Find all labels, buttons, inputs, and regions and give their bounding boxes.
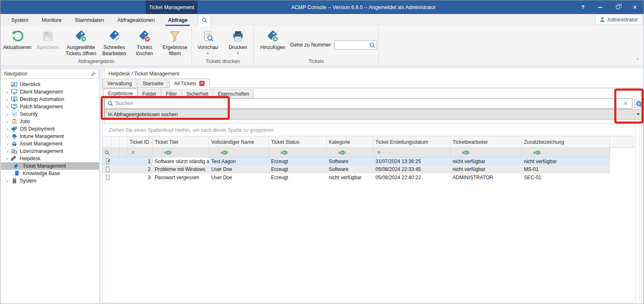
chevron-down-icon[interactable]: ▾ xyxy=(237,51,238,55)
sidebar-item-helpdesk[interactable]: › Helpdesk xyxy=(1,155,99,162)
column-header-kategorie[interactable]: Kategorie xyxy=(327,136,373,147)
chevron-right-icon[interactable]: › xyxy=(4,178,11,184)
help-button[interactable]: ? xyxy=(574,0,592,14)
menu-search-button[interactable] xyxy=(198,14,211,26)
row-select-cell[interactable] xyxy=(102,173,111,182)
collapse-ribbon-icon[interactable]: ⌃ xyxy=(636,58,639,63)
cell-ticket-id[interactable]: 2 xyxy=(127,166,153,174)
abc-filter-icon[interactable]: aBc xyxy=(338,150,346,154)
cell-kategorie[interactable]: Software xyxy=(327,166,373,174)
goto-number-input[interactable] xyxy=(334,40,377,49)
sidebar-item-client-management[interactable]: › Client Management xyxy=(1,88,99,96)
ergebnisse-filtern-button[interactable]: Ergebnisse filtern xyxy=(160,29,189,57)
cell-vollstaendiger-name[interactable]: Test Aagon xyxy=(209,157,269,166)
sidebar-item-knowledge-base[interactable]: Knowledge Base xyxy=(1,170,99,177)
tab-all-tickets[interactable]: All Tickets ✕ xyxy=(169,79,210,88)
search-input[interactable] xyxy=(116,101,619,106)
sidebar-item-security[interactable]: › Security xyxy=(1,110,99,118)
column-header-ticket-status[interactable]: Ticket Status xyxy=(269,136,327,147)
row-select-cell[interactable] xyxy=(102,166,111,174)
sidebar-item-ueberblick[interactable]: › Überblick xyxy=(1,81,99,88)
column-header-ticketbearbeiter[interactable]: Ticketbearbeiter xyxy=(451,136,522,147)
abc-filter-icon[interactable]: aBc xyxy=(164,150,172,154)
vorschau-button[interactable]: Vorschau ▾ xyxy=(193,29,222,55)
cell-zusatzbezeichung[interactable]: nicht verfügbar xyxy=(522,157,610,166)
abc-filter-icon[interactable]: aBc xyxy=(462,150,470,154)
cell-ticketbearbeiter[interactable]: nicht verfügbar xyxy=(451,157,522,166)
checkbox-checked[interactable] xyxy=(106,159,109,164)
tab-verwaltung[interactable]: Verwaltung xyxy=(102,79,137,88)
ausgewaehlte-tickets-oeffnen-button[interactable]: Ausgewählte Tickets öffnen xyxy=(64,29,98,57)
filter-cell-zusatzbezeichung[interactable]: aBc xyxy=(522,148,610,157)
filter-cell-ticket-id[interactable]: = xyxy=(127,148,153,157)
column-header-ticket-erstellungsdatum[interactable]: Ticket Erstellungsdatum xyxy=(373,136,451,147)
menu-stammdaten[interactable]: Stammdaten xyxy=(68,14,111,26)
cell-ticketbearbeiter[interactable]: ADMINISTRATOR xyxy=(451,173,522,182)
group-by-bar[interactable]: Ziehen Sie einen Spaltenkopf hierhin, um… xyxy=(102,124,635,136)
filter-cell-ticket-titel[interactable]: aBc xyxy=(153,148,209,157)
restore-button[interactable] xyxy=(609,0,626,14)
schnelles-bearbeiten-button[interactable]: Schnelles Bearbeiten xyxy=(100,29,129,57)
menu-system[interactable]: System xyxy=(5,14,35,26)
speichern-button[interactable]: Speichern xyxy=(33,29,62,51)
equals-filter-icon[interactable]: = xyxy=(132,150,134,155)
table-row[interactable]: 2 Probleme mit Windows User Doe Erzeugt … xyxy=(102,166,610,174)
sidebar-item-ticket-management[interactable]: Ticket Management xyxy=(1,162,99,170)
cell-kategorie[interactable]: Software xyxy=(327,157,373,166)
cell-ticket-titel[interactable]: Passwort vergessen xyxy=(153,173,209,182)
search-icon[interactable] xyxy=(369,42,375,48)
sidebar-item-intune-management[interactable]: › Intune Management xyxy=(1,133,99,140)
filter-cell-ticket-status[interactable]: aBc xyxy=(269,148,327,157)
chevron-right-icon[interactable]: › xyxy=(4,133,11,140)
chevron-down-icon[interactable]: ▾ xyxy=(207,51,208,55)
cell-ticketbearbeiter[interactable]: nicht verfügbar xyxy=(451,166,522,174)
cell-ticket-status[interactable]: Erzeugt xyxy=(269,157,327,166)
tab-startseite[interactable]: Startseite xyxy=(137,79,168,88)
equals-filter-icon[interactable]: = xyxy=(377,150,380,155)
checkbox-unchecked[interactable] xyxy=(106,167,109,172)
cell-vollstaendiger-name[interactable]: User Doe xyxy=(209,166,269,174)
chevron-right-icon[interactable]: › xyxy=(4,119,11,125)
cell-ticket-status[interactable]: Erzeugt xyxy=(269,166,327,174)
sidebar-item-patch-management[interactable]: › Patch Management xyxy=(1,103,99,110)
close-tab-icon[interactable]: ✕ xyxy=(199,81,205,86)
sidebar-item-system[interactable]: › System xyxy=(1,177,99,185)
cell-ticket-id[interactable]: 3 xyxy=(127,173,153,182)
chevron-right-icon[interactable]: › xyxy=(4,141,11,147)
cell-kategorie[interactable]: nicht verfügbar xyxy=(327,173,373,182)
chevron-right-icon[interactable]: › xyxy=(4,148,11,154)
user-badge[interactable]: Administrator xyxy=(595,14,642,25)
aktualisieren-button[interactable]: Aktualisieren xyxy=(3,29,32,51)
cell-ticket-status[interactable]: Erzeugt xyxy=(269,173,327,182)
cell-erstellungsdatum[interactable]: 05/08/2024 22:33:45 xyxy=(373,166,451,174)
chevron-right-icon[interactable]: › xyxy=(4,96,11,103)
menu-abfrageaktionen[interactable]: Abfrageaktionen xyxy=(111,14,161,26)
abc-filter-icon[interactable]: aBc xyxy=(533,150,541,154)
column-header-zusatzbezeichung[interactable]: Zusatzbezeichung xyxy=(522,136,610,147)
tickets-loeschen-button[interactable]: Tickets löschen xyxy=(130,29,159,57)
chevron-down-icon[interactable]: › xyxy=(5,155,11,162)
abc-filter-icon[interactable]: aBc xyxy=(221,150,229,154)
pin-icon[interactable] xyxy=(90,71,96,77)
row-select-cell[interactable] xyxy=(102,157,111,166)
column-header-ticket-titel[interactable]: Ticket Titel xyxy=(153,136,209,147)
table-row[interactable]: 3 Passwort vergessen User Doe Erzeugt ni… xyxy=(102,173,610,182)
grid-scrollbar-track[interactable] xyxy=(639,124,642,302)
subtab-felder[interactable]: Felder xyxy=(138,89,161,98)
subtab-filter[interactable]: Filter xyxy=(161,89,182,98)
filter-cell-ticketbearbeiter[interactable]: aBc xyxy=(451,148,522,157)
table-row[interactable]: 1 Software stürzt ständig ab Test Aagon … xyxy=(102,157,610,166)
cell-vollstaendiger-name[interactable]: User Doe xyxy=(209,173,269,182)
column-header-vollstaendiger-name[interactable]: Vollständiger Name xyxy=(209,136,269,147)
sidebar-item-lizenzmanagement[interactable]: › Lizenzmanagement xyxy=(1,147,99,155)
menu-monitore[interactable]: Monitore xyxy=(35,14,68,26)
chevron-right-icon[interactable]: › xyxy=(4,111,11,117)
hinzufuegen-button[interactable]: Hinzufügen xyxy=(257,29,288,51)
chevron-right-icon[interactable]: › xyxy=(4,89,11,95)
cell-ticket-titel[interactable]: Probleme mit Windows xyxy=(153,166,209,174)
select-all-header[interactable] xyxy=(102,136,111,147)
sidebar-item-asset-management[interactable]: › Asset Management xyxy=(1,140,99,147)
cell-zusatzbezeichung[interactable]: SEC-01 xyxy=(522,173,610,182)
cell-ticket-titel[interactable]: Software stürzt ständig ab xyxy=(153,157,209,166)
cell-erstellungsdatum[interactable]: 05/08/2024 22:40:22 xyxy=(373,173,451,182)
